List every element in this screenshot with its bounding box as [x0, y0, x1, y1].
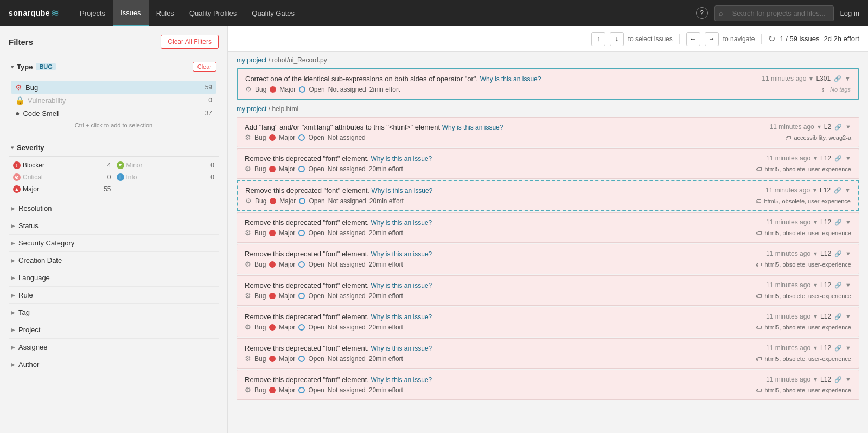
- why-link-6[interactable]: Why is this an issue?: [371, 250, 432, 258]
- why-link-7[interactable]: Why is this an issue?: [371, 282, 432, 289]
- assignee-filter[interactable]: ▶ Assignee: [9, 339, 219, 356]
- type-item-codesmell[interactable]: ● Code Smell 37: [11, 107, 216, 120]
- permalink-icon-1[interactable]: 🔗: [834, 75, 841, 82]
- time-dropdown-icon-4[interactable]: ▾: [813, 186, 816, 194]
- issue-card-6[interactable]: Remove this deprecated "font" element. W…: [237, 244, 859, 274]
- permalink-icon-2[interactable]: 🔗: [834, 124, 842, 131]
- time-dropdown-icon-3[interactable]: ▾: [814, 154, 817, 162]
- why-link-8[interactable]: Why is this an issue?: [371, 313, 432, 321]
- filter-icon-6[interactable]: ▼: [845, 250, 851, 257]
- select-down-button[interactable]: ↓: [610, 32, 624, 46]
- nav-issues[interactable]: Issues: [113, 0, 149, 26]
- issue-assignee-5: Not assigned: [328, 229, 366, 237]
- time-dropdown-icon-1[interactable]: ▾: [809, 75, 813, 82]
- severity-major[interactable]: ▲ Major 55: [11, 184, 113, 195]
- issue-card-5[interactable]: Remove this deprecated "font" element. W…: [237, 212, 859, 243]
- nav-quality-profiles[interactable]: Quality Profiles: [182, 0, 244, 26]
- resolution-filter[interactable]: ▶ Resolution: [9, 200, 219, 217]
- filter-icon-1[interactable]: ▼: [845, 75, 851, 82]
- filter-icon-3[interactable]: ▼: [845, 155, 851, 161]
- nav-projects[interactable]: Projects: [72, 0, 113, 26]
- why-link-10[interactable]: Why is this an issue?: [371, 376, 432, 384]
- issue-card-3[interactable]: Remove this deprecated "font" element. W…: [237, 148, 859, 179]
- tag-filter[interactable]: ▶ Tag: [9, 304, 219, 321]
- issue-card-9[interactable]: Remove this deprecated "font" element. W…: [237, 338, 859, 369]
- status-filter[interactable]: ▶ Status: [9, 217, 219, 235]
- issue-card-10[interactable]: Remove this deprecated "font" element. W…: [237, 370, 859, 400]
- severity-minor[interactable]: ▼ Minor 0: [114, 160, 217, 171]
- permalink-icon-6[interactable]: 🔗: [834, 250, 842, 257]
- severity-blocker[interactable]: ! Blocker 4: [11, 160, 113, 171]
- why-link-3[interactable]: Why is this an issue?: [371, 155, 432, 163]
- nav-right-button[interactable]: →: [705, 32, 719, 46]
- why-link-1[interactable]: Why is this an issue?: [480, 75, 541, 83]
- author-filter[interactable]: ▶ Author: [9, 356, 219, 373]
- type-item-bug[interactable]: ⚙ Bug 59: [11, 81, 216, 94]
- severity-critical[interactable]: ⊗ Critical 0: [11, 172, 113, 183]
- language-filter[interactable]: ▶ Language: [9, 269, 219, 287]
- issue-toolbar: ↑ ↓ to select issues ← → to navigate ↻ 1…: [228, 26, 868, 52]
- time-dropdown-icon-6[interactable]: ▾: [814, 250, 817, 257]
- issue-card-7[interactable]: Remove this deprecated "font" element. W…: [237, 275, 859, 306]
- time-dropdown-icon-2[interactable]: ▾: [818, 123, 821, 131]
- time-dropdown-icon-7[interactable]: ▾: [814, 281, 817, 289]
- issue-card-4[interactable]: Remove this deprecated "font" element. W…: [237, 180, 859, 211]
- issue-card-8[interactable]: Remove this deprecated "font" element. W…: [237, 307, 859, 337]
- breadcrumb-project-2[interactable]: my:project: [237, 105, 266, 113]
- filter-icon-4[interactable]: ▼: [845, 187, 851, 193]
- nav-quality-gates[interactable]: Quality Gates: [244, 0, 302, 26]
- tags-text-4: html5, obsolete, user-experience: [764, 198, 851, 204]
- why-link-5[interactable]: Why is this an issue?: [371, 219, 432, 227]
- rule-filter[interactable]: ▶ Rule: [9, 287, 219, 304]
- why-link-4[interactable]: Why is this an issue?: [372, 187, 433, 195]
- why-link-9[interactable]: Why is this an issue?: [371, 345, 432, 352]
- permalink-icon-3[interactable]: 🔗: [834, 155, 842, 162]
- severity-filter-header[interactable]: ▾ Severity: [9, 139, 219, 157]
- filter-icon-10[interactable]: ▼: [845, 376, 851, 383]
- filter-icon-8[interactable]: ▼: [845, 313, 851, 320]
- type-filter-header[interactable]: ▾ Type BUG Clear: [9, 57, 219, 76]
- creation-date-filter[interactable]: ▶ Creation Date: [9, 252, 219, 269]
- creation-date-chevron-icon: ▶: [11, 257, 15, 263]
- clear-all-button[interactable]: Clear All Filters: [161, 35, 219, 49]
- permalink-icon-9[interactable]: 🔗: [834, 345, 842, 352]
- time-dropdown-icon-9[interactable]: ▾: [814, 344, 817, 352]
- permalink-icon-4[interactable]: 🔗: [834, 187, 841, 194]
- nav-left-button[interactable]: ←: [686, 32, 700, 46]
- issue-time-6: 11 minutes ago: [766, 250, 810, 257]
- open-dot-5: [298, 230, 305, 236]
- status-label: Status: [18, 222, 39, 230]
- login-button[interactable]: Log in: [840, 9, 859, 17]
- time-dropdown-icon-10[interactable]: ▾: [814, 376, 817, 383]
- logo[interactable]: sonarqube ≋: [9, 7, 59, 19]
- why-link-2[interactable]: Why is this an issue?: [442, 124, 503, 131]
- permalink-icon-7[interactable]: 🔗: [834, 282, 842, 289]
- bug-type-icon-4: ⚙: [245, 197, 252, 205]
- permalink-icon-8[interactable]: 🔗: [834, 313, 842, 320]
- issue-time-1: 11 minutes ago: [762, 75, 806, 82]
- nav-rules[interactable]: Rules: [149, 0, 182, 26]
- type-clear-button[interactable]: Clear: [193, 62, 216, 72]
- security-category-filter[interactable]: ▶ Security Category: [9, 235, 219, 252]
- severity-info[interactable]: i Info 0: [114, 172, 217, 183]
- select-up-button[interactable]: ↑: [591, 32, 605, 46]
- filter-icon-9[interactable]: ▼: [845, 345, 851, 351]
- filter-icon-2[interactable]: ▼: [845, 124, 851, 130]
- permalink-icon-10[interactable]: 🔗: [834, 376, 842, 383]
- time-dropdown-icon-5[interactable]: ▾: [814, 218, 817, 226]
- issue-card-2[interactable]: Add "lang" and/or "xml:lang" attributes …: [237, 117, 859, 147]
- severity-blocker-label: Blocker: [23, 161, 44, 169]
- language-label: Language: [18, 274, 50, 282]
- refresh-icon[interactable]: ↻: [768, 34, 775, 44]
- type-item-vulnerability[interactable]: 🔒 Vulnerability 0: [11, 94, 216, 107]
- help-button[interactable]: ?: [696, 7, 708, 19]
- permalink-icon-5[interactable]: 🔗: [834, 219, 842, 226]
- filter-icon-7[interactable]: ▼: [845, 282, 851, 288]
- time-dropdown-icon-8[interactable]: ▾: [814, 313, 817, 320]
- project-filter[interactable]: ▶ Project: [9, 321, 219, 339]
- breadcrumb-project-1[interactable]: my:project: [237, 56, 266, 64]
- search-input[interactable]: [714, 5, 834, 21]
- filter-icon-5[interactable]: ▼: [845, 219, 851, 225]
- issue-card-1[interactable]: Correct one of the identical sub-express…: [237, 68, 859, 100]
- tags-icon-6: 🏷: [756, 261, 762, 268]
